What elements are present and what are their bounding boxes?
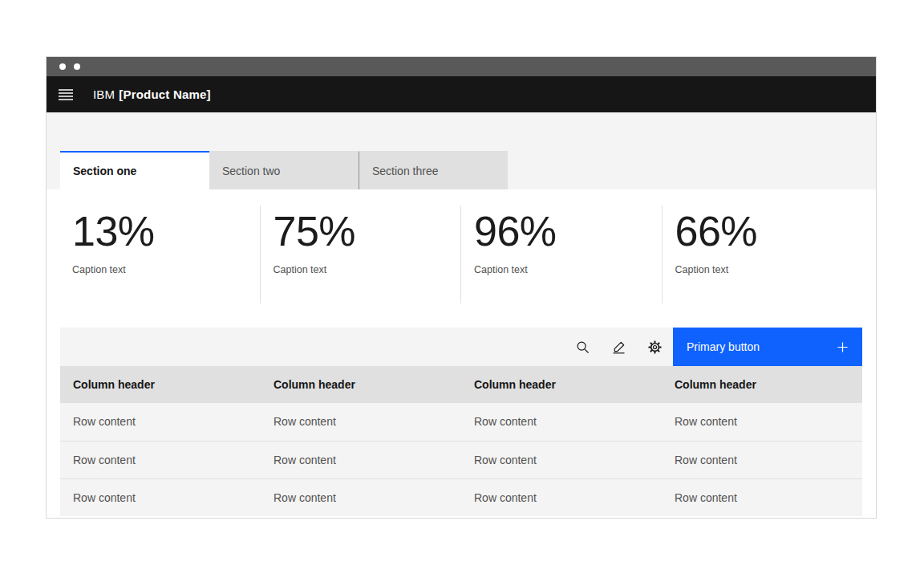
section-tabs: Section one Section two Section three [47, 151, 876, 189]
tab-panel: 13% Caption text 75% Caption text 96% Ca… [47, 189, 876, 518]
table-cell: Row content [261, 403, 461, 441]
table-cell: Row content [662, 403, 862, 441]
metric-value: 96% [474, 210, 662, 252]
tab-section-three[interactable]: Section three [359, 151, 508, 189]
toolbar-icon-group [60, 328, 673, 366]
tab-section-two[interactable]: Section two [209, 151, 359, 189]
search-button[interactable] [565, 328, 601, 366]
column-header[interactable]: Column header [261, 366, 461, 403]
settings-button[interactable] [637, 328, 673, 366]
primary-button[interactable]: Primary button [673, 328, 862, 366]
product-name: [Product Name] [119, 88, 210, 101]
table-cell: Row content [60, 403, 261, 441]
table-cell: Row content [461, 478, 662, 516]
primary-button-label: Primary button [687, 340, 760, 353]
metric-caption: Caption text [72, 264, 260, 275]
metric-value: 75% [274, 210, 461, 252]
table-row[interactable]: Row content Row content Row content Row … [60, 403, 862, 441]
search-icon [576, 340, 590, 354]
column-header[interactable]: Column header [461, 366, 662, 403]
settings-gear-icon [648, 340, 662, 354]
table-cell: Row content [60, 478, 261, 516]
metric-value: 13% [72, 210, 260, 252]
table-header-row: Column header Column header Column heade… [60, 366, 862, 403]
table-toolbar: Primary button [60, 328, 862, 366]
edit-icon [612, 340, 626, 354]
app-title: IBM[Product Name] [93, 88, 211, 101]
metric-card: 96% Caption text [460, 206, 662, 303]
metric-cards: 13% Caption text 75% Caption text 96% Ca… [60, 206, 862, 303]
table-cell: Row content [662, 478, 862, 516]
menu-button[interactable] [51, 76, 80, 112]
table-cell: Row content [461, 403, 662, 441]
metric-caption: Caption text [675, 264, 863, 275]
window-control-dot[interactable] [59, 63, 66, 70]
table-row[interactable]: Row content Row content Row content Row … [60, 441, 862, 478]
metric-caption: Caption text [474, 264, 662, 275]
tab-label: Section two [222, 165, 280, 177]
add-icon [837, 341, 849, 353]
metric-card: 66% Caption text [662, 206, 863, 303]
edit-button[interactable] [601, 328, 637, 366]
table-cell: Row content [261, 478, 461, 516]
tab-section-one[interactable]: Section one [60, 151, 209, 189]
column-header[interactable]: Column header [60, 366, 261, 403]
metric-caption: Caption text [274, 264, 461, 275]
table-cell: Row content [662, 441, 862, 478]
data-table-section: Primary button Column header Column head… [60, 328, 862, 516]
table-cell: Row content [461, 441, 662, 478]
browser-titlebar [47, 57, 876, 76]
app-header: IBM[Product Name] [47, 76, 876, 112]
tab-label: Section three [372, 165, 439, 177]
tab-label: Section one [73, 165, 136, 177]
metric-value: 66% [675, 210, 863, 252]
page-body: Section one Section two Section three 13… [47, 112, 876, 518]
hamburger-menu-icon [59, 89, 73, 100]
table-cell: Row content [60, 441, 261, 478]
app-window: IBM[Product Name] Section one Section tw… [46, 56, 877, 519]
data-table: Column header Column header Column heade… [60, 366, 862, 516]
metric-card: 13% Caption text [60, 206, 260, 303]
window-control-dot[interactable] [74, 63, 80, 70]
table-row[interactable]: Row content Row content Row content Row … [60, 478, 862, 516]
table-cell: Row content [261, 441, 461, 478]
column-header[interactable]: Column header [662, 366, 862, 403]
brand-name: IBM [93, 88, 115, 101]
metric-card: 75% Caption text [260, 206, 461, 303]
